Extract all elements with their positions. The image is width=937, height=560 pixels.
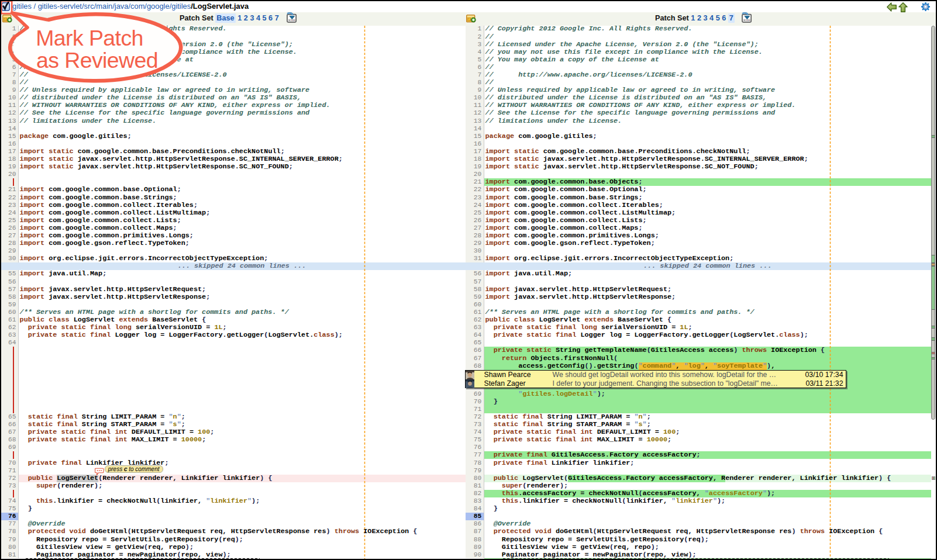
svg-text:Mark Patch: Mark Patch: [36, 26, 143, 50]
svg-text:as Reviewed: as Reviewed: [36, 48, 158, 72]
